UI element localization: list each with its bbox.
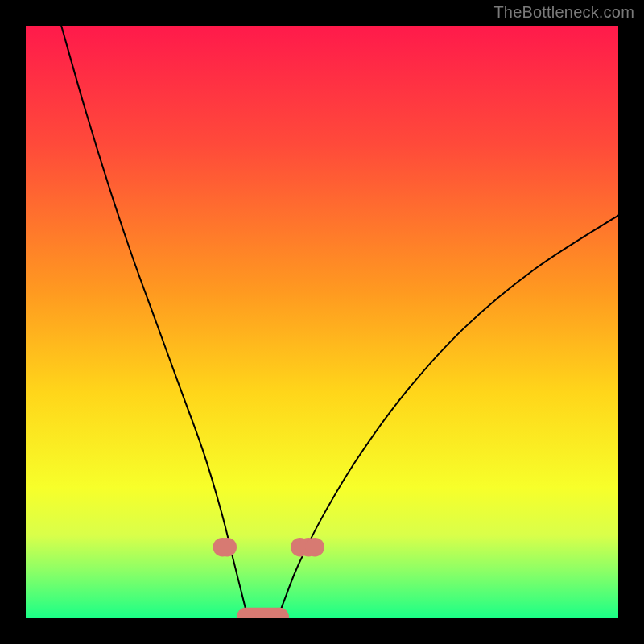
plot-area — [26, 26, 618, 618]
chart-frame: TheBottleneck.com — [0, 0, 644, 644]
band-marker-4 — [305, 538, 324, 557]
watermark-text: TheBottleneck.com — [493, 3, 634, 22]
gradient-background — [26, 26, 618, 618]
band-marker-1 — [217, 538, 237, 557]
bottleneck-curve-chart — [26, 26, 618, 618]
